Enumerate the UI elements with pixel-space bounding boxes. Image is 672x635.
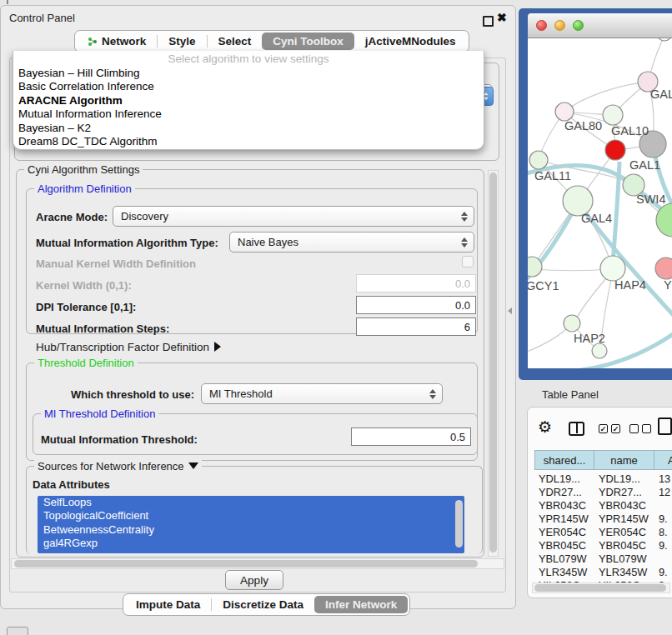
table-horizontal-scrollbar[interactable] bbox=[532, 582, 670, 593]
table-row[interactable]: YBR045CYBR045C9. bbox=[534, 538, 672, 552]
cyni-settings-title: Cyni Algorithm Settings bbox=[24, 163, 143, 176]
list-item[interactable]: TopologicalCoefficient bbox=[38, 509, 464, 522]
data-attributes-list[interactable]: SelfLoops TopologicalCoefficient Between… bbox=[38, 496, 464, 553]
mi-threshold-field[interactable]: 0.5 bbox=[351, 428, 471, 446]
bottom-left-button[interactable] bbox=[7, 627, 28, 635]
table-row[interactable]: YER054CYER054C8. bbox=[534, 525, 672, 538]
settings-vertical-scrollbar[interactable] bbox=[488, 170, 499, 557]
tab-jactivemnodules[interactable]: jActiveMNodules bbox=[354, 32, 467, 50]
tab-style[interactable]: Style bbox=[158, 32, 206, 50]
panel-splitter-handle[interactable] bbox=[508, 308, 512, 314]
aracne-mode-value: Discovery bbox=[121, 210, 168, 222]
table-row[interactable]: YDR27...YDR27...12 bbox=[534, 485, 672, 498]
dropdown-item[interactable]: Dream8 DC_TDC Algorithm bbox=[13, 135, 484, 148]
aracne-mode-label: Aracne Mode: bbox=[36, 211, 108, 223]
list-item[interactable]: BetweennessCentrality bbox=[38, 523, 464, 537]
hub-definition-toggle[interactable]: Hub/Transcription Factor Definition bbox=[36, 341, 221, 353]
network-node[interactable] bbox=[605, 140, 625, 160]
table-header-row: shared... name A bbox=[534, 450, 672, 470]
dropdown-prompt: Select algorithm to view settings bbox=[13, 52, 484, 67]
close-traffic-light-icon[interactable] bbox=[536, 20, 547, 31]
combo-stepper-icon bbox=[429, 389, 436, 399]
scrollbar-thumb[interactable] bbox=[489, 172, 497, 552]
column-header[interactable]: shared... bbox=[534, 450, 594, 470]
kernel-width-label: Kernel Width (0,1): bbox=[36, 279, 132, 292]
node-label: GAL80 bbox=[564, 119, 602, 132]
new-table-icon[interactable] bbox=[658, 418, 672, 435]
tab-infer-network[interactable]: Infer Network bbox=[314, 596, 408, 613]
list-item[interactable]: SelfLoops bbox=[38, 496, 464, 509]
edge bbox=[528, 325, 570, 353]
column-header[interactable]: name bbox=[594, 450, 654, 470]
mi-type-combo[interactable]: Naive Bayes bbox=[229, 232, 474, 252]
dropdown-item[interactable]: Mutual Information Inference bbox=[13, 108, 484, 121]
tab-network-label: Network bbox=[102, 32, 146, 50]
dropdown-item[interactable]: Bayesian – Hill Climbing bbox=[13, 67, 484, 80]
column-view-icon[interactable] bbox=[569, 422, 584, 436]
network-canvas[interactable]: GAL GAL80 GAL10 GAL1 GAL11 SWI4 GAL4 GCY… bbox=[528, 38, 672, 368]
column-header[interactable]: A bbox=[654, 450, 672, 470]
which-threshold-value: MI Threshold bbox=[209, 388, 273, 400]
dropdown-item[interactable]: Basic Correlation Inference bbox=[13, 80, 484, 93]
mi-threshold-definition-title: MI Threshold Definition bbox=[41, 408, 158, 420]
select-all-checkboxes-icon[interactable]: ✓✓ bbox=[599, 424, 620, 433]
attributes-list-scrollbar[interactable] bbox=[455, 500, 463, 548]
tab-discretize-data[interactable]: Discretize Data bbox=[212, 596, 314, 613]
tab-impute-data[interactable]: Impute Data bbox=[125, 596, 211, 613]
settings-horizontal-scrollbar[interactable] bbox=[11, 558, 504, 569]
table-panel-title: Table Panel bbox=[542, 388, 599, 401]
screen: { "window": { "title": "Control Panel" }… bbox=[0, 0, 672, 635]
control-panel-window: Control Panel ✖ Network Style Select Cyn… bbox=[0, 5, 516, 609]
table-row[interactable]: YDL19...YDL19...13 bbox=[534, 472, 672, 485]
dpi-tolerance-field[interactable]: 0.0 bbox=[356, 296, 476, 314]
scrollbar-thumb[interactable] bbox=[534, 584, 666, 592]
combo-stepper-icon bbox=[461, 212, 468, 222]
scrollbar-thumb[interactable] bbox=[14, 560, 478, 568]
aracne-mode-combo[interactable]: Discovery bbox=[113, 206, 474, 227]
data-attributes-label: Data Attributes bbox=[33, 478, 110, 491]
network-node[interactable] bbox=[592, 343, 607, 358]
close-icon[interactable]: ✖ bbox=[497, 11, 507, 24]
float-window-icon[interactable] bbox=[483, 16, 494, 27]
network-node[interactable] bbox=[603, 105, 623, 125]
gear-icon[interactable]: ⚙ bbox=[538, 419, 552, 435]
sources-title[interactable]: Sources for Network Inference bbox=[34, 460, 202, 472]
manual-kernel-checkbox[interactable] bbox=[462, 256, 474, 268]
tab-select[interactable]: Select bbox=[208, 32, 263, 50]
edge bbox=[533, 269, 611, 271]
table-row[interactable]: YBR043CYBR043C bbox=[534, 498, 672, 512]
network-view-window: GAL GAL80 GAL10 GAL1 GAL11 SWI4 GAL4 GCY… bbox=[519, 8, 672, 380]
minimize-traffic-light-icon[interactable] bbox=[554, 20, 565, 31]
node-label: GAL1 bbox=[629, 158, 660, 172]
deselect-all-checkboxes-icon[interactable] bbox=[629, 424, 651, 433]
tab-cyni-toolbox[interactable]: Cyni Toolbox bbox=[262, 32, 354, 50]
network-node[interactable] bbox=[529, 151, 548, 169]
node-label: GAL11 bbox=[534, 169, 571, 182]
table-row[interactable]: YLR345WYLR345W9. bbox=[534, 565, 672, 578]
list-item[interactable]: gal4RGexp bbox=[38, 537, 464, 550]
node-label: HAP2 bbox=[574, 332, 605, 345]
network-node[interactable] bbox=[600, 256, 625, 281]
node-label: Y bbox=[664, 278, 672, 292]
dropdown-item[interactable]: Bayesian – K2 bbox=[13, 122, 484, 135]
network-node[interactable] bbox=[657, 38, 672, 41]
tab-network[interactable]: Network bbox=[77, 32, 157, 50]
hub-definition-label: Hub/Transcription Factor Definition bbox=[36, 341, 209, 353]
network-window-titlebar[interactable] bbox=[528, 13, 672, 38]
combo-stepper-icon bbox=[461, 238, 468, 248]
table-row[interactable]: YPR145WYPR145W9. bbox=[534, 512, 672, 525]
network-node[interactable] bbox=[655, 258, 672, 279]
which-threshold-combo[interactable]: MI Threshold bbox=[201, 383, 443, 404]
mi-type-value: Naive Bayes bbox=[238, 236, 298, 248]
table-row[interactable]: YBL079WYBL079W bbox=[534, 552, 672, 565]
kernel-width-field[interactable]: 0.0 bbox=[356, 274, 476, 292]
network-node[interactable] bbox=[564, 315, 580, 332]
node-label: GAL4 bbox=[581, 212, 612, 225]
apply-button[interactable]: Apply bbox=[225, 570, 283, 590]
dpi-tolerance-label: DPI Tolerance [0,1]: bbox=[36, 301, 136, 313]
mi-steps-field[interactable]: 6 bbox=[356, 318, 476, 336]
dropdown-item-selected[interactable]: ARACNE Algorithm bbox=[13, 94, 484, 108]
network-node[interactable] bbox=[555, 102, 574, 121]
which-threshold-label: Which threshold to use: bbox=[71, 388, 194, 401]
zoom-traffic-light-icon[interactable] bbox=[573, 20, 584, 31]
